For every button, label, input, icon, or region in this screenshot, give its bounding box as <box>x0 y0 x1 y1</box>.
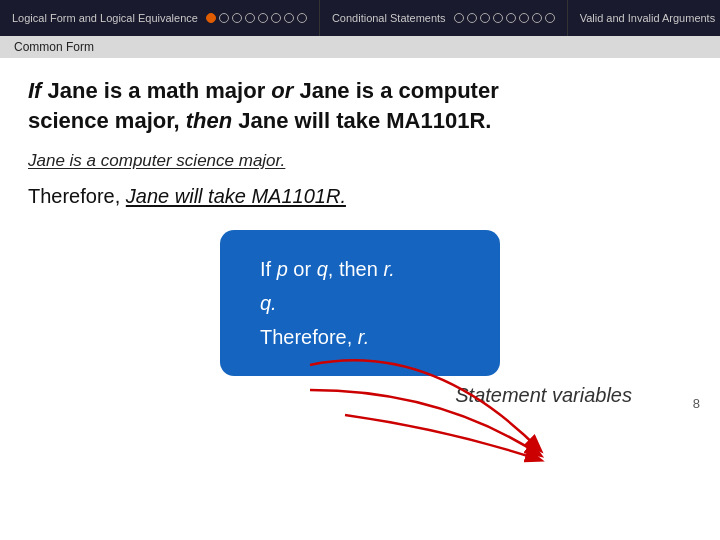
nav-dot-2[interactable] <box>219 13 229 23</box>
breadcrumb-text: Common Form <box>14 40 94 54</box>
blue-box-line1: If p or q, then r. <box>260 252 460 286</box>
nav-section-logical-form[interactable]: Logical Form and Logical Equivalence <box>0 0 320 36</box>
stmt-vars-row: Statement variables <box>28 384 692 407</box>
main-statement-or: or <box>271 78 293 103</box>
nav-section-conditional[interactable]: Conditional Statements <box>320 0 568 36</box>
blue-box: If p or q, then r. q. Therefore, r. <box>220 230 500 376</box>
nav-dot-c1[interactable] <box>454 13 464 23</box>
nav-dot-8[interactable] <box>297 13 307 23</box>
blue-box-container: If p or q, then r. q. Therefore, r. <box>28 230 692 376</box>
sub-statement-text: Jane is a computer science major. <box>28 151 285 170</box>
arrow-r <box>345 415 540 460</box>
nav-section-conditional-label: Conditional Statements <box>332 12 446 24</box>
therefore-italic: Jane will take MA1101R. <box>126 185 346 207</box>
main-content: If Jane is a math major or Jane is a com… <box>0 58 720 421</box>
sub-statement: Jane is a computer science major. <box>28 151 692 171</box>
nav-section-arguments-label: Valid and Invalid Arguments <box>580 12 716 24</box>
nav-dot-5[interactable] <box>258 13 268 23</box>
blue-box-line3: Therefore, r. <box>260 320 460 354</box>
nav-dot-c4[interactable] <box>493 13 503 23</box>
nav-dots-conditional <box>454 13 555 23</box>
breadcrumb: Common Form <box>0 36 720 58</box>
nav-dot-1[interactable] <box>206 13 216 23</box>
nav-section-logical-form-label: Logical Form and Logical Equivalence <box>12 12 198 24</box>
nav-dot-c7[interactable] <box>532 13 542 23</box>
blue-box-line2: q. <box>260 286 460 320</box>
main-statement-then: then <box>186 108 232 133</box>
nav-dot-c8[interactable] <box>545 13 555 23</box>
top-navigation: Logical Form and Logical Equivalence Con… <box>0 0 720 36</box>
nav-dot-c6[interactable] <box>519 13 529 23</box>
main-statement-if: If <box>28 78 41 103</box>
nav-dot-c5[interactable] <box>506 13 516 23</box>
nav-dot-7[interactable] <box>284 13 294 23</box>
stmt-vars-label: Statement variables <box>455 384 632 407</box>
page-number: 8 <box>693 396 700 411</box>
nav-dot-3[interactable] <box>232 13 242 23</box>
nav-dot-4[interactable] <box>245 13 255 23</box>
main-statement: If Jane is a math major or Jane is a com… <box>28 76 692 135</box>
nav-dot-c2[interactable] <box>467 13 477 23</box>
therefore-statement: Therefore, Jane will take MA1101R. <box>28 185 692 208</box>
nav-section-arguments[interactable]: Valid and Invalid Arguments <box>568 0 720 36</box>
nav-dot-c3[interactable] <box>480 13 490 23</box>
nav-dot-6[interactable] <box>271 13 281 23</box>
nav-dots-logical-form <box>206 13 307 23</box>
